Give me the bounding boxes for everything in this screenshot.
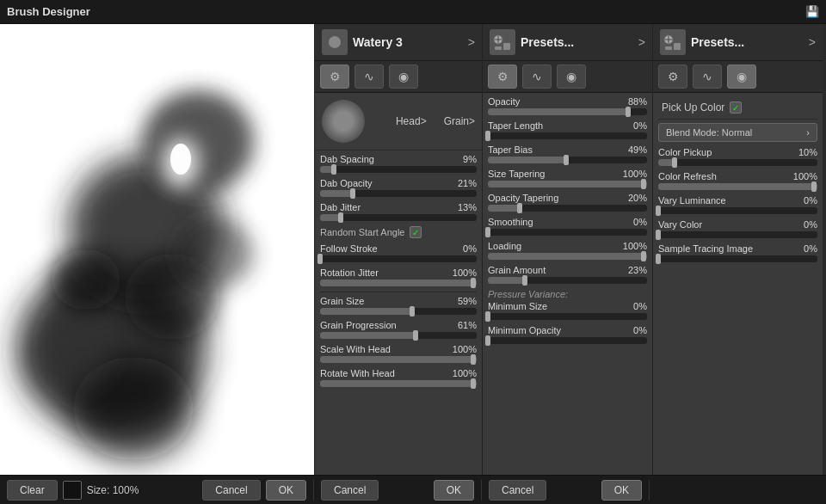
random-start-angle-checkbox[interactable]: ✓: [410, 226, 422, 238]
scale-with-head-value: 100%: [453, 344, 477, 354]
svg-point-5: [52, 249, 120, 310]
dab-opacity-value: 21%: [458, 178, 477, 188]
color-swatch[interactable]: [63, 481, 82, 500]
smoothing-label: Smoothing: [488, 217, 533, 227]
follow-stroke-label: Follow Stroke: [320, 243, 378, 254]
tab1-texture[interactable]: ◉: [389, 65, 418, 89]
follow-stroke-value: 0%: [463, 243, 477, 254]
vary-color-label: Vary Color: [658, 219, 702, 230]
dab-jitter-row: Dab Jitter 13%: [320, 202, 477, 221]
rotate-with-head-track[interactable]: [320, 380, 477, 387]
tab2-curve[interactable]: ∿: [522, 65, 552, 89]
opacity-track[interactable]: [488, 108, 647, 115]
vary-luminance-track[interactable]: [658, 207, 817, 214]
brush-preview: [322, 100, 365, 143]
pressure-variance-label: Pressure Variance:: [488, 289, 647, 299]
blend-mode-selector[interactable]: Blend Mode: Normal ›: [658, 123, 817, 142]
panel2-arrow[interactable]: >: [638, 35, 645, 49]
tab1-settings[interactable]: ⚙: [320, 65, 349, 89]
canvas-drawing[interactable]: [0, 24, 314, 475]
rotate-with-head-row: Rotate With Head 100%: [320, 368, 477, 387]
size-tapering-track[interactable]: [488, 181, 647, 187]
clear-button[interactable]: Clear: [7, 480, 58, 501]
save-icon[interactable]: 💾: [805, 5, 819, 18]
opacity-tapering-track[interactable]: [488, 205, 647, 212]
dab-jitter-track[interactable]: [320, 214, 477, 221]
grain-amount-track[interactable]: [488, 277, 647, 284]
panel3-title: Presets...: [691, 35, 804, 49]
dab-spacing-track[interactable]: [320, 166, 477, 173]
min-opacity-value: 0%: [633, 325, 647, 335]
size-tapering-value: 100%: [623, 169, 647, 179]
loading-track[interactable]: [488, 253, 647, 260]
rotation-jitter-track[interactable]: [320, 280, 477, 286]
taper-bias-value: 49%: [628, 144, 647, 155]
dab-opacity-track[interactable]: [320, 190, 477, 197]
min-size-track[interactable]: [488, 313, 647, 320]
taper-length-track[interactable]: [488, 132, 647, 139]
panel1-arrow[interactable]: >: [468, 35, 475, 49]
ok-button-3[interactable]: OK: [601, 480, 642, 501]
grain-button[interactable]: Grain>: [444, 115, 475, 127]
ok-button-1[interactable]: OK: [266, 480, 306, 501]
min-opacity-row: Minimum Opacity 0%: [488, 325, 647, 344]
vary-color-track[interactable]: [658, 231, 817, 238]
panel3-tabs: ⚙ ∿ ◉: [653, 61, 823, 93]
smoothing-track[interactable]: [488, 229, 647, 236]
opacity-tapering-value: 20%: [628, 193, 647, 203]
random-start-angle-row: Random Start Angle ✓: [320, 226, 477, 238]
taper-length-value: 0%: [633, 120, 647, 131]
brush-labels: Head> Grain>: [396, 115, 475, 127]
color-pickup-label: Color Pickup: [658, 147, 712, 157]
title-bar: Brush Designer 💾: [0, 0, 826, 24]
pickup-color-checkbox[interactable]: ✓: [730, 101, 742, 114]
canvas-area: [0, 24, 314, 475]
tab2-settings[interactable]: ⚙: [488, 65, 517, 89]
cancel-button-2[interactable]: Cancel: [321, 480, 379, 501]
color-pickup-row: Color Pickup 10%: [658, 147, 817, 166]
sample-tracing-track[interactable]: [658, 255, 817, 262]
svg-point-4: [170, 144, 191, 175]
rotation-jitter-label: Rotation Jitter: [320, 267, 379, 278]
random-start-angle-label: Random Start Angle: [320, 227, 404, 237]
panel2-icon: [490, 29, 515, 55]
brush-stroke-svg: [0, 24, 314, 475]
scale-with-head-track[interactable]: [320, 356, 477, 363]
color-pickup-track[interactable]: [658, 159, 817, 166]
tab1-curve[interactable]: ∿: [354, 65, 384, 89]
head-button[interactable]: Head>: [396, 115, 427, 127]
tab2-texture[interactable]: ◉: [557, 65, 586, 89]
panel3-header: Presets... >: [653, 24, 823, 61]
ok-button-2[interactable]: OK: [434, 480, 474, 501]
size-tapering-label: Size Tapering: [488, 169, 545, 179]
rotation-jitter-value: 100%: [453, 267, 477, 278]
panel-brush-settings: Watery 3 > ⚙ ∿ ◉ Head> Grain> Dab Spacin…: [314, 24, 482, 475]
taper-bias-track[interactable]: [488, 157, 647, 163]
app-title: Brush Designer: [7, 5, 90, 18]
size-label: Size: 100%: [87, 484, 139, 496]
min-opacity-label: Minimum Opacity: [488, 325, 561, 335]
tab3-settings[interactable]: ⚙: [658, 65, 687, 89]
grain-progression-track[interactable]: [320, 332, 477, 339]
color-pickup-value: 10%: [798, 147, 817, 157]
cancel-button-1[interactable]: Cancel: [202, 480, 260, 501]
panel3-arrow[interactable]: >: [809, 35, 816, 49]
dab-spacing-label: Dab Spacing: [320, 154, 374, 164]
color-refresh-track[interactable]: [658, 183, 817, 190]
grain-size-value: 59%: [458, 296, 477, 306]
panel1-content: Dab Spacing 9% Dab Opacity 21%: [315, 151, 482, 475]
cancel-button-3[interactable]: Cancel: [489, 480, 546, 501]
min-opacity-track[interactable]: [488, 337, 647, 344]
grain-size-track[interactable]: [320, 308, 477, 315]
follow-stroke-track[interactable]: [320, 255, 477, 262]
tab3-texture[interactable]: ◉: [727, 65, 756, 89]
panel1-tabs: ⚙ ∿ ◉: [315, 61, 482, 93]
opacity-label: Opacity: [488, 96, 520, 107]
grain-amount-row: Grain Amount 23%: [488, 265, 647, 284]
tab3-curve[interactable]: ∿: [693, 65, 722, 89]
color-refresh-value: 100%: [793, 171, 817, 181]
opacity-value: 88%: [628, 96, 647, 107]
svg-rect-13: [503, 43, 510, 50]
follow-stroke-row: Follow Stroke 0%: [320, 243, 477, 262]
svg-point-2: [142, 90, 254, 194]
